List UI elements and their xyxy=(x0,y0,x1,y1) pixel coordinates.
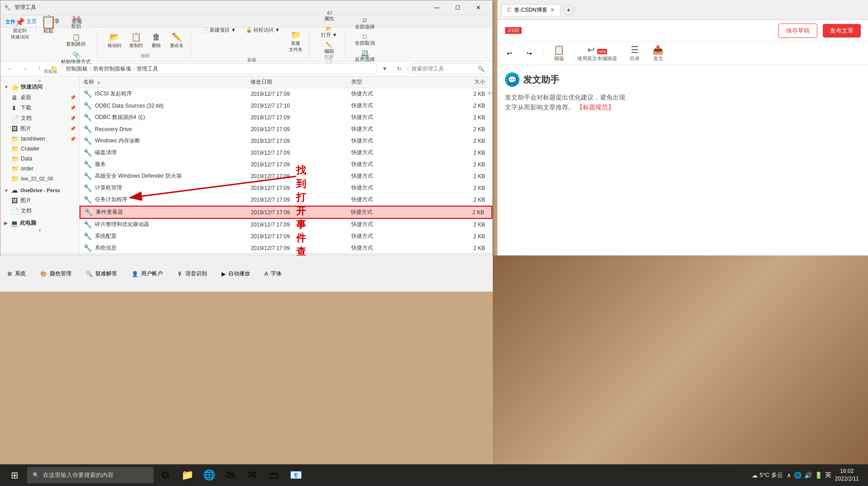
paste-button[interactable]: 📋 粘贴 xyxy=(40,14,57,37)
search-input[interactable] xyxy=(411,66,476,72)
taskbar-task-view[interactable]: ⧉ xyxy=(156,465,175,485)
taskbar-pg[interactable]: 🗃 xyxy=(264,465,284,485)
taskbar-store[interactable]: 🛍 xyxy=(221,465,241,485)
sidebar-item-downloads[interactable]: ⬇ 下载 📌 xyxy=(0,103,79,113)
move-to-button[interactable]: 📂 移动到 xyxy=(104,29,124,51)
taskbar-app6[interactable]: 📧 xyxy=(286,465,306,485)
redo-button[interactable]: ↪ xyxy=(523,47,536,60)
file-size: 2 KB xyxy=(431,150,489,156)
title-rules-link[interactable]: 【标题规范】 xyxy=(576,104,614,111)
tab-close-button[interactable]: ✕ xyxy=(550,7,555,13)
breadcrumb-item-3[interactable]: 管理工具 xyxy=(137,65,158,73)
pin-quickaccess-button[interactable]: 📌 固定到快速访问 xyxy=(8,14,32,42)
breadcrumb-item-1[interactable]: 控制面板 xyxy=(66,65,88,73)
bottom-item-autoplay[interactable]: ▶ 自动播放 xyxy=(222,270,250,278)
file-type: 快捷方式 xyxy=(351,232,432,240)
file-row[interactable]: 🔧 任务计划程序 2019/12/7 17:09 快捷方式 2 KB xyxy=(80,194,492,206)
bottom-item-voice[interactable]: 🎙 语音识别 xyxy=(177,270,207,278)
bottom-item-color[interactable]: 🎨 颜色管理 xyxy=(40,270,71,278)
col-name-header[interactable]: 名称 ▲ xyxy=(83,78,250,86)
publish-tool[interactable]: 📤 发文 xyxy=(650,42,666,64)
dropdown-button[interactable]: ▼ xyxy=(378,63,391,74)
rename-button[interactable]: ✏️ 重命名 xyxy=(167,29,187,51)
breadcrumb-item-2[interactable]: 所有控制面板项 xyxy=(93,65,131,73)
col-type-header[interactable]: 类型 xyxy=(351,78,432,86)
browser-tab[interactable]: C 查-CSDN博客 ✕ xyxy=(501,4,561,16)
close-button[interactable]: ✕ xyxy=(468,0,489,15)
file-row[interactable]: 🔧 事件查看器 2019/12/7 17:09 快捷方式 2 KB xyxy=(80,206,492,219)
up-button[interactable]: ↑ xyxy=(33,63,46,74)
bottom-item-troubleshoot[interactable]: 🔍 疑难解答 xyxy=(86,270,117,278)
save-draft-button[interactable]: 保存草稿 xyxy=(778,24,817,38)
sidebar-pictures-label: 图片 xyxy=(20,125,31,132)
tray-up-icon[interactable]: ∧ xyxy=(787,472,791,479)
sidebar-item-onedrive[interactable]: ▼ ☁ OneDrive - Persc xyxy=(0,185,79,195)
file-row[interactable]: 🔧 iSCSI 发起程序 2019/12/7 17:09 快捷方式 2 KB xyxy=(80,88,492,100)
col-size-header[interactable]: 大小 xyxy=(431,78,489,86)
sidebar-item-thispc[interactable]: ▶ 💻 此电脑 xyxy=(0,218,79,228)
sidebar-item-order[interactable]: 📁 order xyxy=(0,164,79,174)
file-row[interactable]: 🔧 高级安全 Windows Defender 防火墙 2019/12/7 17… xyxy=(80,170,492,182)
easy-access-button[interactable]: 🔓 轻松访问 ▼ xyxy=(242,25,284,35)
taskbar-edge[interactable]: 🌐 xyxy=(199,465,219,485)
select-none-button[interactable]: ☐ 全部取消 xyxy=(353,33,377,48)
file-row[interactable]: 🔧 系统信息 2019/12/7 17:09 快捷方式 2 KB xyxy=(80,242,492,253)
bottom-item-system[interactable]: ⚙ 系统 xyxy=(7,270,26,278)
file-row[interactable]: 🔧 Windows 内存诊断 2019/12/7 17:09 快捷方式 2 KB xyxy=(80,135,492,147)
file-row[interactable]: 🔧 服务 2019/12/7 17:09 快捷方式 2 KB xyxy=(80,159,492,170)
sidebar-item-desktop[interactable]: 🖥 桌面 📌 xyxy=(0,92,79,103)
file-row[interactable]: 🔧 ODBC 数据源(64 位) 2019/12/7 17:09 快捷方式 2 … xyxy=(80,112,492,123)
select-all-button[interactable]: ☑ 全部选择 xyxy=(353,16,377,32)
cut-icon: ✂️ xyxy=(72,16,80,23)
toc-tool[interactable]: ☰ 目录 xyxy=(627,42,642,64)
file-type: 快捷方式 xyxy=(351,113,432,121)
start-button[interactable]: ⊞ xyxy=(4,464,25,486)
copy-to-button[interactable]: 📋 复制到 xyxy=(126,29,146,51)
refresh-button[interactable]: ↻ xyxy=(393,63,406,74)
copy-button[interactable]: 📋 复制路径 xyxy=(59,32,93,49)
new-tab-button[interactable]: + xyxy=(563,5,574,15)
open-button[interactable]: 📂 打开 ▼ xyxy=(317,24,341,40)
sidebar-item-tsw[interactable]: 📁 tsw_22_02_06 xyxy=(0,174,79,184)
bottom-item-fonts[interactable]: A 字体 xyxy=(264,270,282,278)
file-row[interactable]: 🔧 Recovery Drive 2019/12/7 17:09 快捷方式 2 … xyxy=(80,123,492,135)
sidebar-item-crawler[interactable]: 📁 Crawler xyxy=(0,144,79,154)
file-row[interactable]: 🔧 计算机管理 2019/12/7 17:09 快捷方式 2 KB xyxy=(80,182,492,194)
folder-icon-btn[interactable]: 📁 xyxy=(47,63,60,74)
minimize-button[interactable]: — xyxy=(426,0,447,15)
template-tool[interactable]: 📋 模版 xyxy=(551,42,567,64)
publish-button[interactable]: 发布文章 xyxy=(823,24,861,38)
sidebar-item-pictures[interactable]: 🖼 图片 📌 xyxy=(0,123,79,134)
taskbar-search[interactable]: 🔍 在这里输入你要搜索的内容 xyxy=(27,467,154,483)
delete-button[interactable]: 🗑 删除 xyxy=(148,29,165,51)
taskbar-explorer[interactable]: 📁 xyxy=(177,465,197,485)
volume-icon[interactable]: 🔊 xyxy=(804,472,812,479)
maximize-button[interactable]: ☐ xyxy=(447,0,468,15)
file-row[interactable]: 🔧 碎片整理和优化驱动器 2019/12/7 17:09 快捷方式 2 KB xyxy=(80,219,492,231)
sidebar-item-taoshiwen[interactable]: 📁 taoshiwen 📌 xyxy=(0,134,79,144)
new-folder-button[interactable]: 📁 新建文件夹 xyxy=(286,27,306,55)
file-row[interactable]: 🔧 系统配置 2019/12/7 17:09 快捷方式 2 KB xyxy=(80,231,492,242)
cut-button[interactable]: ✂️ 剪切 xyxy=(59,14,93,31)
sidebar-item-od-pictures[interactable]: 🖼 图片 xyxy=(0,195,79,206)
users-icon: 👤 xyxy=(132,271,138,277)
sidebar-item-od-docs[interactable]: 📄 文档 xyxy=(0,206,79,216)
forward-button[interactable]: → xyxy=(19,63,31,74)
sidebar-item-data[interactable]: 📁 Data xyxy=(0,154,79,164)
sidebar-item-docs[interactable]: 📄 文档 📌 xyxy=(0,113,79,123)
file-row[interactable]: 🔧 磁盘清理 2019/12/7 17:09 快捷方式 2 KB xyxy=(80,147,492,159)
sidebar-item-quickaccess[interactable]: ▼ ⭐ 快速访问 xyxy=(0,82,79,92)
back-button[interactable]: ← xyxy=(4,63,17,74)
sidebar-docs-label: 文档 xyxy=(21,114,32,122)
taskbar-clock[interactable]: 16:02 2022/2/11 xyxy=(835,467,859,483)
properties-button[interactable]: 🏷 属性 xyxy=(317,9,341,24)
taskbar-mail[interactable]: ✉ xyxy=(242,465,262,485)
undo-button[interactable]: ↩ xyxy=(503,47,516,60)
col-date-header[interactable]: 修改日期 xyxy=(250,78,351,86)
new-item-button[interactable]: 📄 新建项目 ▼ xyxy=(198,25,240,35)
file-row[interactable]: 🔧 ODBC Data Sources (32-bit) 2019/12/7 1… xyxy=(80,100,492,112)
bottom-item-users[interactable]: 👤 用户帐户 xyxy=(132,270,163,278)
address-path[interactable]: 控制面板 › 所有控制面板项 › 管理工具 xyxy=(62,63,377,74)
rich-editor-tool[interactable]: ↩ new 使用富文本编辑器 xyxy=(575,42,620,64)
file-icon: 🔧 xyxy=(83,232,92,241)
